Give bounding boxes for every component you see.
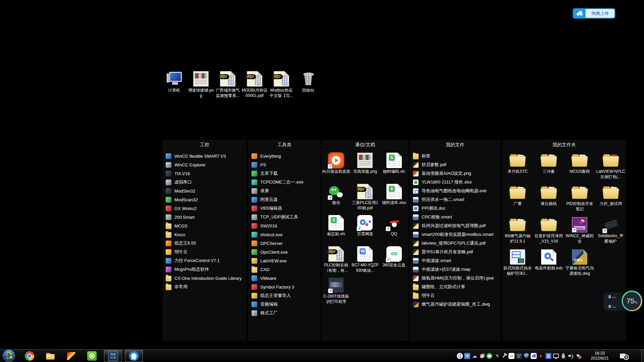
file-item[interactable]: 力控_测试用 [595,184,627,216]
file-item[interactable]: 电器件图例.exb [533,248,565,280]
file-item[interactable]: 中值滤波.smart [413,256,499,265]
file-item[interactable]: ↗QQ [380,214,409,245]
file-item[interactable]: 中值滤波+仿S7滤波.mwp [413,265,499,274]
file-item[interactable]: Symbol Factory 3 [252,282,319,291]
file-item[interactable]: 除氧器HMI(压力控制，液位启停).gxw [413,274,499,282]
file-item[interactable]: PDFPLC控制实例（有图，有... [322,245,351,276]
taskbar-clock[interactable]: 16:23 2022/6/21 [587,351,612,361]
file-item[interactable]: 单片机STC [502,151,533,184]
file-item[interactable]: ∞↗360安全云盘 [380,245,409,276]
file-item[interactable]: 200 Smart [166,213,245,221]
file-item[interactable]: 广蓥 [502,184,533,216]
file-item[interactable]: Kinco [166,230,245,239]
performance-gauge[interactable]: 75 % [622,291,642,311]
qq-browser-tray-icon[interactable]: Q [457,353,463,359]
desktop-icon[interactable]: 回收站 [295,71,322,98]
desktop-icon[interactable]: PDF广西城市燃气监测预警系... [214,71,241,98]
file-item[interactable]: ↗百度网盘 [351,214,379,245]
file-item[interactable]: 三冲量 [533,151,565,184]
file-item[interactable]: 组态王变量导入 [252,291,319,300]
cloud-sync-tray-icon[interactable]: ☁ [472,353,478,359]
file-item[interactable]: YLW1800 21117 报价.xlsx [413,178,499,187]
file-item[interactable]: Everything [252,152,319,160]
file-item[interactable]: 卧式间接式热水锅炉菏泽2... [502,248,533,280]
network-tray-icon[interactable] [553,353,559,359]
file-item[interactable]: 力控 ForceControl V7.1 [166,256,245,265]
file-item[interactable]: GX Works2 [166,204,245,213]
file-item[interactable]: 恒压供水一拖二.smart [413,195,499,204]
file-item[interactable]: VMware [252,274,319,282]
cloud360-tray-icon[interactable]: ∞ [508,353,515,359]
file-item[interactable]: PDF三菱PLC应用100例.pdf [351,183,379,214]
desktop-icon[interactable]: PDFModbus协议中文版【完... [268,71,295,98]
file-item[interactable]: WBC7-M0-YQZP930燃油... [351,245,379,276]
start-button[interactable] [3,350,15,362]
show-desktop-button[interactable] [641,349,644,362]
remote-client-tray-icon[interactable]: ◥ [494,353,500,359]
file-item[interactable]: CRC校验.smart [413,213,499,221]
file-item[interactable]: OPCServer [252,239,319,248]
file-item[interactable]: 阿里云盘 [252,195,319,204]
file-item[interactable]: TIA65t燃气蒸汽锅炉21.9.1 [502,216,533,248]
file-item[interactable]: labview_使用OPC与PLC通讯.pdf [413,239,499,248]
input-method-tray-icon[interactable] [545,353,551,359]
file-item[interactable]: PS [252,160,319,169]
file-item[interactable]: ↗向日葵远程桌面 [322,151,351,183]
file-item[interactable]: 明牛云 [166,248,245,256]
license-manager-tray-icon[interactable]: LICENMA [516,353,522,359]
file-item[interactable]: TIA V16 [166,169,245,178]
usb-eject-tray-icon[interactable]: ✓ [560,353,566,359]
file-item[interactable]: ↗C-280T线缆标识打印程序 [322,276,351,307]
file-item[interactable]: S标志贴.xls [322,214,351,245]
notification-bubble[interactable]: 9 [620,352,629,360]
file-item[interactable]: 录屏 [252,187,319,195]
file-item[interactable]: 虚拟串口 [166,178,245,187]
file-item[interactable]: S领料清单.xlsx [380,183,409,214]
action-center-tray-icon[interactable]: ⚑ [575,353,581,359]
file-item[interactable]: TCPCOME二合一.exe [252,178,319,187]
horn-tray-icon[interactable]: ► [538,353,544,359]
file-item[interactable]: DWG宁夏银北电气沟通图纸.dwg [564,248,595,280]
file-item[interactable]: LabVIEW.exe [252,256,319,265]
file-transfer-tray-icon[interactable] [479,353,485,359]
file-item[interactable]: CAD [252,265,319,274]
file-item[interactable]: SW2018 [252,221,319,230]
file-item[interactable]: McgsPro组态软件 [166,265,245,274]
file-item[interactable]: TIA往复炉排菏泽用_V15_V16 [533,216,565,248]
file-item[interactable]: TCP_UDP测试工具 [252,213,319,221]
file-item[interactable]: smart200标准化实践新modbus.smart [413,230,499,239]
file-item[interactable]: 文库下载 [252,169,319,178]
file-item[interactable]: 无线传输.png [351,151,379,183]
file-item[interactable]: ↗WINCC_神威药业 [564,216,595,248]
tia-v16-taskbar-button[interactable]: TIAV16 [104,350,122,362]
file-item[interactable]: 软启参数.pdf [413,160,499,169]
file-item[interactable]: WinCC Explorer [166,160,245,169]
file-item[interactable]: MCGS教程 [564,151,595,184]
file-item[interactable]: ModScan32 [166,195,245,204]
security-shield-tray-icon[interactable] [523,353,529,359]
desktop-icon[interactable]: 博途快捷键.png [187,71,214,98]
file-item[interactable]: 杭州兴源过滤科技电气原理图.pdf [413,221,499,230]
baidu-netdisk-tray-icon[interactable] [531,353,537,359]
file-item[interactable]: PPI测试.doc [413,204,499,213]
file-item[interactable]: VBS编辑器 [252,204,319,213]
usb-device-tray-icon[interactable]: Ψ [464,353,470,359]
desktop-icon[interactable]: 计算机 [161,71,187,98]
file-item[interactable]: 明牛云 [413,291,499,300]
volume-tray-icon[interactable] [568,353,574,359]
file-item[interactable]: ↗微信 [322,183,351,214]
file-item[interactable]: MCGS [166,221,245,230]
file-item[interactable]: PID控制器开发笔记 [564,184,595,216]
file-item[interactable]: 音频编辑 [252,300,319,309]
file-item[interactable]: 非常用 [166,282,245,291]
file-item[interactable]: 嘉信变频器AIAO设定.png [413,169,499,178]
file-item[interactable]: 导热油电气图纸改电动阀电源.exb [413,187,499,195]
file-item[interactable]: shotcut.exe [252,230,319,239]
settings-taskbar-button[interactable] [87,351,97,361]
file-item[interactable]: 燃气蒸汽锅炉连锁逻辑图_肖工.dwg [413,300,499,309]
tool-tray-icon[interactable] [501,353,507,359]
file-item[interactable]: OpcClient.exe [252,248,319,256]
file-item[interactable]: 普中51单片机开发攻略.pdf [413,248,499,256]
qq-browser-taskbar-button[interactable] [125,350,143,362]
file-item[interactable]: 组态王6.55 [166,239,245,248]
